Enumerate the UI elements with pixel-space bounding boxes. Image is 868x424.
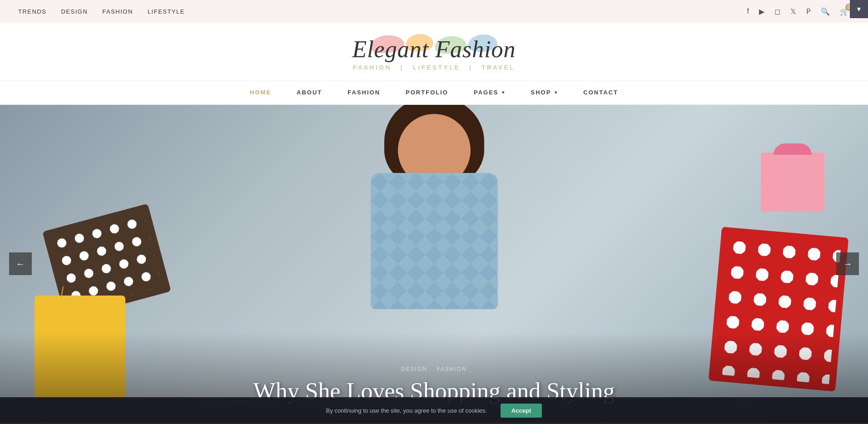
top-nav-item-lifestyle[interactable]: LIFESTYLE xyxy=(148,8,185,15)
hero-section: ← → DESIGNFASHION Why She Loves Shopping… xyxy=(0,105,868,423)
instagram-icon[interactable]: ◻ xyxy=(774,6,781,17)
nav-link-shop[interactable]: SHOP▾ xyxy=(518,81,570,104)
cookie-message: By continuing to use the site, you agree… xyxy=(326,407,487,414)
slider-next-button[interactable]: → xyxy=(836,252,859,275)
nav-link-about[interactable]: ABOUT xyxy=(284,81,335,104)
nav-item-contact: CONTACT xyxy=(570,81,631,104)
youtube-icon[interactable]: ▶ xyxy=(758,6,765,17)
nav-item-pages: PAGES▾ xyxy=(461,81,518,104)
hero-category-fashion[interactable]: FASHION xyxy=(436,366,467,372)
slider-prev-button[interactable]: ← xyxy=(9,252,32,275)
gift-bag-pink xyxy=(761,153,824,212)
logo-title: Elegant Fashion xyxy=(350,36,518,62)
hero-category-design[interactable]: DESIGN xyxy=(401,366,427,372)
pinterest-icon[interactable]: 𝖯 xyxy=(805,6,812,17)
logo-subtitle-travel: TRAVEL xyxy=(481,64,515,71)
dropdown-arrow-icon: ▾ xyxy=(502,90,505,95)
nav-item-portfolio: PORTFOLIO xyxy=(393,81,461,104)
chevron-down-icon: ▼ xyxy=(856,5,862,13)
dropdown-arrow-icon: ▾ xyxy=(555,90,558,95)
nav-item-fashion: FASHION xyxy=(335,81,393,104)
nav-link-home[interactable]: HOME xyxy=(237,81,284,104)
top-nav: TRENDSDESIGNFASHIONLIFESTYLE xyxy=(18,8,185,15)
nav-link-contact[interactable]: CONTACT xyxy=(570,81,631,104)
logo-divider-2: | xyxy=(469,64,472,71)
person-torso xyxy=(371,173,498,309)
arrow-right-icon: → xyxy=(843,259,852,269)
nav-item-shop: SHOP▾ xyxy=(518,81,570,104)
facebook-icon[interactable]: f xyxy=(746,6,750,16)
nav-link-pages[interactable]: PAGES▾ xyxy=(461,81,518,104)
top-nav-item-fashion[interactable]: FASHION xyxy=(102,8,133,15)
logo-container: Elegant Fashion FASHION | LIFESTYLE | TR… xyxy=(350,36,518,71)
arrow-left-icon: ← xyxy=(16,259,25,269)
top-icons: f▶◻𝕏𝖯🔍🛒0 xyxy=(746,6,850,17)
logo-subtitle-text: FASHION xyxy=(353,64,392,71)
hero-categories: DESIGNFASHION xyxy=(9,366,859,372)
logo-divider-1: | xyxy=(401,64,404,71)
logo-subtitle: FASHION | LIFESTYLE | TRAVEL xyxy=(350,64,518,71)
nav-item-about: ABOUT xyxy=(284,81,335,104)
nav-link-portfolio[interactable]: PORTFOLIO xyxy=(393,81,461,104)
cookie-consent-bar: By continuing to use the site, you agree… xyxy=(0,397,868,423)
top-bar: TRENDSDESIGNFASHIONLIFESTYLE f▶◻𝕏𝖯🔍🛒0 xyxy=(0,0,868,23)
nav-item-home: HOME xyxy=(237,81,284,104)
cookie-accept-button[interactable]: Accept xyxy=(501,404,542,418)
main-nav-list: HOMEABOUTFASHIONPORTFOLIOPAGES▾SHOP▾CONT… xyxy=(237,81,631,104)
collapse-button[interactable]: ▼ xyxy=(850,0,868,18)
search-icon[interactable]: 🔍 xyxy=(820,6,831,17)
header: Elegant Fashion FASHION | LIFESTYLE | TR… xyxy=(0,23,868,80)
main-nav: HOMEABOUTFASHIONPORTFOLIOPAGES▾SHOP▾CONT… xyxy=(0,80,868,105)
cart-button-wrapper[interactable]: 🛒0 xyxy=(839,6,850,17)
top-nav-item-trends[interactable]: TRENDS xyxy=(18,8,46,15)
twitter-icon[interactable]: 𝕏 xyxy=(789,6,797,17)
top-nav-item-design[interactable]: DESIGN xyxy=(61,8,88,15)
logo-subtitle-lifestyle: LIFESTYLE xyxy=(413,64,461,71)
nav-link-fashion[interactable]: FASHION xyxy=(335,81,393,104)
